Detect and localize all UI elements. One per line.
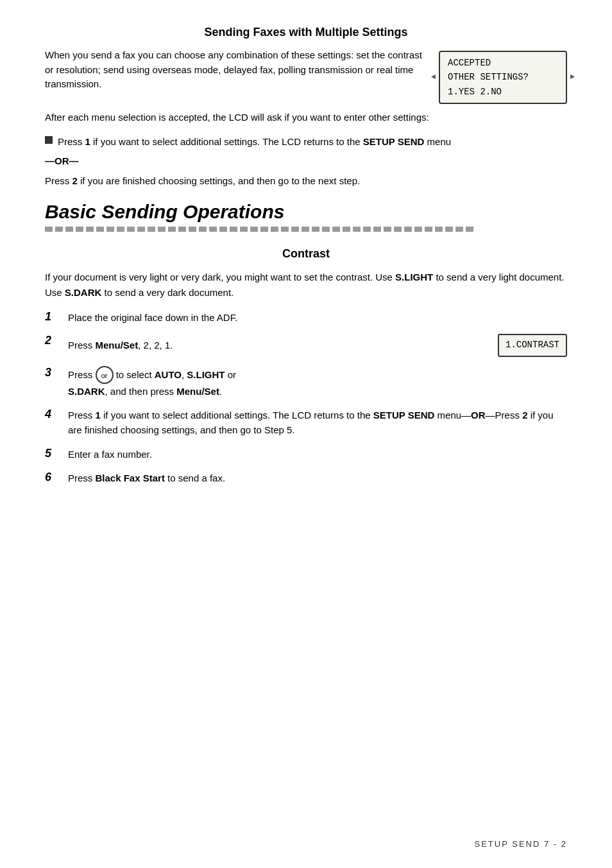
big-section-title: Basic Sending Operations [45, 201, 567, 223]
lcd-display-top: ACCEPTED OTHER SETTINGS? 1.YES 2.NO [439, 51, 567, 104]
section-basic-sending: Basic Sending Operations Contrast If you… [45, 201, 567, 485]
step-2-row: Press Menu/Set, 2, 2, 1. 1.CONTRAST [68, 334, 567, 357]
section-title: Sending Faxes with Multiple Settings [45, 26, 567, 39]
step-2: 2 Press Menu/Set, 2, 2, 1. 1.CONTRAST [45, 334, 567, 357]
menu-set-label-3: Menu/Set [176, 386, 219, 397]
step-4: 4 Press 1 if you want to select addition… [45, 408, 567, 438]
step-3-content: Press or to select AUTO, S.LIGHT or S.DA… [68, 366, 567, 399]
step-1: 1 Place the original face down in the AD… [45, 310, 567, 325]
step-num-6: 6 [45, 471, 68, 484]
subsection-contrast: Contrast If your document is very light … [45, 247, 567, 485]
step-2-text: Press Menu/Set, 2, 2, 1. [68, 338, 485, 352]
key-2: 2 [72, 175, 78, 186]
lcd-line-3: 1.YES 2.NO [448, 85, 558, 99]
key-1-step4: 1 [96, 410, 101, 421]
step-3: 3 Press or to select AUTO, S.LIGHT or S.… [45, 366, 567, 399]
or-label-step4: OR [471, 410, 486, 421]
step-num-5: 5 [45, 447, 68, 460]
black-fax-start-label: Black Fax Start [96, 473, 165, 483]
intro-text: When you send a fax you can choose any c… [45, 48, 426, 92]
or-separator: —OR— [45, 155, 567, 166]
setup-send-label-2: SETUP SEND [373, 410, 435, 421]
section-multiple-settings: Sending Faxes with Multiple Settings Whe… [45, 26, 567, 188]
step-num-2: 2 [45, 334, 68, 347]
lcd-contrast: 1.CONTRAST [498, 334, 567, 357]
bullet-text-1: Press 1 if you want to select additional… [58, 134, 567, 149]
contrast-intro-text: If your document is very light or very d… [45, 270, 567, 300]
step-num-3: 3 [45, 366, 68, 379]
step-6-content: Press Black Fax Start to send a fax. [68, 471, 567, 485]
s-dark-label: S.DARK [65, 287, 102, 298]
menu-set-label-2: Menu/Set [96, 340, 139, 351]
lcd-line-2: OTHER SETTINGS? [448, 70, 558, 84]
after-lcd-text: After each menu selection is accepted, t… [45, 110, 567, 125]
step-num-4: 4 [45, 408, 68, 421]
step-5-content: Enter a fax number. [68, 447, 567, 462]
step-num-1: 1 [45, 310, 68, 324]
key-2-step4: 2 [522, 410, 527, 421]
bullet-square [45, 136, 53, 144]
step-1-content: Place the original face down in the ADF. [68, 310, 567, 325]
lcd-line-1: ACCEPTED [448, 56, 558, 70]
s-dark-label-2: S.DARK [68, 386, 105, 397]
footer: SETUP SEND 7 - 2 [0, 839, 612, 849]
setup-send-label: SETUP SEND [363, 136, 425, 147]
s-light-label-2: S.LIGHT [187, 369, 225, 380]
press-2-text: Press 2 if you are finished choosing set… [45, 174, 567, 189]
step-4-content: Press 1 if you want to select additional… [68, 408, 567, 438]
auto-label: AUTO [155, 369, 182, 380]
dashed-divider [45, 227, 567, 232]
step-6: 6 Press Black Fax Start to send a fax. [45, 471, 567, 485]
lcd-box: ACCEPTED OTHER SETTINGS? 1.YES 2.NO [439, 51, 567, 104]
or-button-icon: or [96, 366, 114, 384]
step-5: 5 Enter a fax number. [45, 447, 567, 462]
subsection-title-contrast: Contrast [45, 247, 567, 261]
step-2-content: Press Menu/Set, 2, 2, 1. 1.CONTRAST [68, 334, 567, 357]
key-1: 1 [85, 136, 90, 147]
bullet-item-1: Press 1 if you want to select additional… [45, 134, 567, 149]
footer-text: SETUP SEND 7 - 2 [475, 839, 567, 849]
steps-area: 1 Place the original face down in the AD… [45, 310, 567, 485]
s-light-label: S.LIGHT [395, 272, 433, 282]
intro-row: When you send a fax you can choose any c… [45, 48, 567, 104]
